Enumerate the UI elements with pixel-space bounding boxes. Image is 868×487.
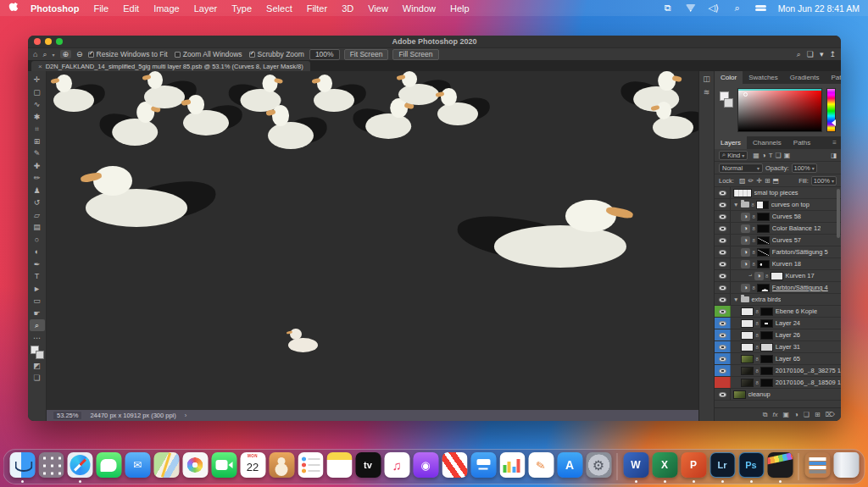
display-icon[interactable]: ⧉ — [662, 3, 674, 14]
menu-item-file[interactable]: File — [93, 3, 108, 14]
layer-name[interactable]: Layer 24 — [776, 319, 800, 327]
layer-visibility-cell[interactable] — [715, 294, 731, 305]
frame-tool[interactable]: ⊞ — [30, 136, 45, 147]
layer-row[interactable]: 8Layer 31 — [715, 341, 841, 353]
dock-app-news[interactable] — [442, 451, 468, 482]
dock-app-excel[interactable]: X — [652, 451, 678, 482]
zoom-tool[interactable]: ⌕ — [30, 319, 45, 331]
eye-icon[interactable] — [719, 345, 726, 350]
panel-menu-icon[interactable]: ≡ — [832, 136, 841, 149]
layer-row-main[interactable]: ◑8Curves 57 — [731, 235, 841, 246]
layer-visibility-cell[interactable] — [715, 187, 731, 198]
window-title-bar[interactable]: Adobe Photoshop 2020 — [28, 36, 841, 47]
layer-visibility-cell[interactable] — [715, 365, 731, 376]
layer-thumbnail[interactable] — [741, 355, 754, 363]
fit-screen-button[interactable]: Fit Screen — [344, 49, 389, 60]
layer-row[interactable]: ▼extra birds — [715, 294, 841, 306]
menu-item-image[interactable]: Image — [153, 3, 180, 14]
layers-scrollbar[interactable] — [837, 189, 840, 238]
dock-app-lightroom[interactable]: Lr — [709, 451, 736, 482]
layer-thumbnail[interactable] — [733, 390, 746, 399]
eye-icon[interactable] — [719, 321, 726, 326]
checkbox-box[interactable] — [175, 52, 181, 58]
layer-mask-thumbnail[interactable] — [757, 260, 770, 268]
dock-app-facetime[interactable] — [211, 451, 237, 482]
canvas-image[interactable] — [47, 71, 698, 410]
lock-icon-0[interactable]: ▨ — [739, 177, 746, 185]
libraries-panel-icon[interactable]: ≋ — [704, 88, 710, 97]
mask-link-icon[interactable]: 8 — [756, 368, 759, 374]
menu-item-help[interactable]: Help — [450, 3, 470, 14]
layer-row-main[interactable]: ◑8Curves 58 — [731, 211, 841, 222]
home-icon[interactable]: ⌂ — [33, 50, 37, 58]
layer-thumbnail[interactable] — [741, 331, 754, 340]
zoom-out-icon[interactable]: ⊖ — [76, 50, 83, 58]
hue-slider[interactable] — [826, 88, 836, 132]
mask-link-icon[interactable]: 8 — [756, 321, 759, 326]
layer-mask-thumbnail[interactable] — [757, 224, 770, 233]
layer-row-main[interactable]: 8Layer 65 — [731, 353, 841, 364]
group-caret-icon[interactable]: ▼ — [733, 296, 738, 302]
eye-icon[interactable] — [719, 262, 726, 267]
layer-visibility-cell[interactable] — [715, 223, 731, 234]
layer-mask-thumbnail[interactable] — [760, 355, 773, 363]
layer-visibility-cell[interactable] — [715, 211, 731, 222]
layer-visibility-cell[interactable] — [715, 341, 731, 352]
menu-item-type[interactable]: Type — [231, 3, 252, 14]
layer-row[interactable]: ▼8curves on top — [715, 199, 841, 211]
eye-icon[interactable] — [719, 309, 726, 314]
quick-mask-icon[interactable]: ◩ — [30, 360, 45, 372]
hue-marker-icon[interactable] — [832, 119, 836, 126]
eye-icon[interactable] — [719, 191, 726, 196]
fill-screen-button[interactable]: Fill Screen — [392, 49, 438, 60]
properties-panel-icon[interactable]: ◫ — [703, 75, 710, 83]
dock-app-reminders[interactable] — [298, 451, 324, 482]
layer-row[interactable]: ◑8Farbton/Sättigung 5 — [715, 246, 841, 258]
eye-icon[interactable] — [719, 226, 726, 231]
layer-row[interactable]: ¬◑8Kurven 17 — [715, 270, 841, 282]
layer-mask-thumbnail[interactable] — [757, 284, 770, 292]
layer-row-main[interactable]: 8Ebene 6 Kopie — [731, 306, 841, 317]
dock-app-downloads[interactable] — [804, 451, 831, 482]
eyedropper-tool[interactable]: ✎ — [30, 147, 45, 159]
menu-item-window[interactable]: Window — [403, 3, 436, 14]
opacity-field[interactable]: 100% ▾ — [792, 163, 817, 173]
delete-layer-icon[interactable]: ⌦ — [826, 411, 835, 418]
layer-name[interactable]: Color Balance 12 — [772, 224, 821, 232]
mask-link-icon[interactable]: 8 — [756, 380, 759, 385]
share-icon[interactable]: ↥ — [829, 50, 836, 58]
layer-mask-thumbnail[interactable] — [760, 379, 773, 387]
crop-tool[interactable]: ⌗ — [30, 123, 45, 135]
blur-tool[interactable]: ○ — [30, 234, 45, 246]
saturation-box[interactable] — [737, 88, 822, 132]
layer-row-main[interactable]: 820170106_..8_18509 1 — [731, 377, 841, 388]
layer-visibility-cell[interactable] — [715, 389, 731, 400]
search-icon[interactable]: ⌕ — [797, 50, 801, 59]
layer-mask-thumbnail[interactable] — [756, 201, 769, 209]
new-group-icon[interactable]: ❏ — [804, 411, 810, 418]
path-selection-tool[interactable]: ► — [30, 283, 45, 295]
dock-app-pages[interactable]: ✎ — [528, 451, 554, 482]
layer-row[interactable]: smal top pieces — [715, 187, 841, 199]
layer-row-main[interactable]: 8Layer 24 — [731, 318, 841, 329]
layer-row-main[interactable]: smal top pieces — [731, 187, 841, 198]
zoom-in-icon[interactable]: ⊕ — [60, 50, 72, 58]
layer-row-main[interactable]: 8Layer 26 — [731, 329, 841, 340]
layer-row[interactable]: ◑8Curves 57 — [715, 235, 841, 246]
eye-icon[interactable] — [719, 357, 726, 362]
group-caret-icon[interactable]: ▼ — [733, 202, 738, 208]
layer-name[interactable]: Curves 57 — [772, 236, 801, 244]
menu-item-select[interactable]: Select — [266, 3, 292, 14]
status-zoom-field[interactable]: 53.25% — [53, 412, 81, 419]
layer-row[interactable]: ◑8Kurven 18 — [715, 258, 841, 270]
mask-link-icon[interactable]: 8 — [753, 285, 755, 291]
layer-effects-icon[interactable]: fx — [773, 411, 778, 418]
checkbox-box[interactable] — [88, 52, 94, 58]
eye-icon[interactable] — [719, 368, 726, 374]
search-icon[interactable]: ⌕ — [732, 3, 743, 14]
dock-app-final-cut-pro[interactable] — [767, 451, 793, 482]
wifi-icon[interactable] — [686, 4, 696, 12]
dock-app-launchpad[interactable] — [38, 451, 64, 482]
mask-link-icon[interactable]: 8 — [756, 333, 759, 338]
layer-visibility-cell[interactable] — [715, 377, 731, 388]
